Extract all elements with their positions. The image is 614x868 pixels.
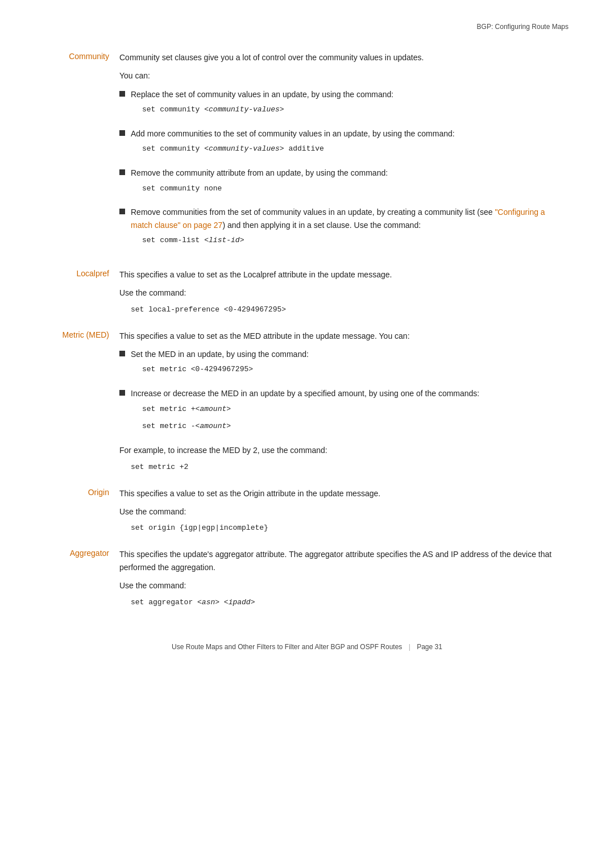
bullet-icon — [119, 209, 125, 214]
footer-left: Use Route Maps and Other Filters to Filt… — [172, 643, 402, 651]
list-item: Replace the set of community values in a… — [119, 88, 569, 122]
code-add-community: set community <community-values> additiv… — [142, 143, 569, 155]
community-list: Replace the set of community values in a… — [119, 88, 569, 252]
code-aggregator: set aggregator <asn> <ipadd> — [131, 598, 569, 607]
metric-example: For example, to increase the MED by 2, u… — [119, 444, 569, 456]
term-aggregator: Aggregator — [45, 548, 119, 612]
section-community: Community Community set clauses give you… — [45, 51, 569, 258]
term-metric: Metric (MED) — [45, 330, 119, 477]
term-origin: Origin — [45, 487, 119, 538]
section-aggregator: Aggregator This specifies the update's a… — [45, 548, 569, 612]
code-metric-set: set metric <0-4294967295> — [142, 364, 569, 376]
code-remove-community: set community none — [142, 183, 569, 195]
bullet-text: Increase or decrease the MED in an updat… — [131, 387, 569, 438]
aggregator-intro: This specifies the update's aggregator a… — [119, 548, 569, 574]
bullet-icon — [119, 351, 125, 356]
bullet-text: Set the MED in an update, by using the c… — [131, 348, 569, 381]
content-metric: This specifies a value to set as the MED… — [119, 330, 569, 477]
code-origin: set origin {igp|egp|incomplete} — [131, 524, 569, 532]
bullet-icon — [119, 169, 125, 175]
list-item: Remove the community attribute from an u… — [119, 167, 569, 200]
bullet-text: Remove communities from the set of commu… — [131, 206, 569, 252]
page-header: BGP: Configuring Route Maps — [45, 23, 569, 34]
page: BGP: Configuring Route Maps Community Co… — [0, 0, 614, 668]
community-youcan: You can: — [119, 69, 569, 82]
code-metric-example: set metric +2 — [131, 463, 569, 471]
bullet-icon — [119, 91, 125, 97]
bullet-icon — [119, 130, 125, 136]
content-origin: This specifies a value to set as the Ori… — [119, 487, 569, 538]
bullet-text: Remove the community attribute from an u… — [131, 167, 569, 200]
bullet-text: Replace the set of community values in a… — [131, 88, 569, 122]
section-metric: Metric (MED) This specifies a value to s… — [45, 330, 569, 477]
metric-intro: This specifies a value to set as the MED… — [119, 330, 569, 342]
list-item: Set the MED in an update, by using the c… — [119, 348, 569, 381]
localpref-intro: This specifies a value to set as the Loc… — [119, 268, 569, 281]
term-community: Community — [45, 51, 119, 258]
community-link[interactable]: "Configuring a match clause" on page 27 — [131, 207, 545, 229]
code-replace-community: set community <community-values> — [142, 104, 569, 116]
content-aggregator: This specifies the update's aggregator a… — [119, 548, 569, 612]
metric-list: Set the MED in an update, by using the c… — [119, 348, 569, 438]
code-metric-increase: set metric +<amount> — [142, 404, 569, 416]
footer-separator: | — [409, 643, 410, 651]
localpref-use: Use the command: — [119, 286, 569, 299]
origin-intro: This specifies a value to set as the Ori… — [119, 487, 569, 500]
section-origin: Origin This specifies a value to set as … — [45, 487, 569, 538]
aggregator-use: Use the command: — [119, 579, 569, 592]
page-footer: Use Route Maps and Other Filters to Filt… — [0, 643, 614, 651]
list-item: Add more communities to the set of commu… — [119, 127, 569, 161]
content-localpref: This specifies a value to set as the Loc… — [119, 268, 569, 319]
bullet-text: Add more communities to the set of commu… — [131, 127, 569, 161]
term-localpref: Localpref — [45, 268, 119, 319]
content-community: Community set clauses give you a lot of … — [119, 51, 569, 258]
bullet-icon — [119, 390, 125, 396]
section-localpref: Localpref This specifies a value to set … — [45, 268, 569, 319]
code-metric-decrease: set metric -<amount> — [142, 421, 569, 433]
origin-use: Use the command: — [119, 505, 569, 518]
header-title: BGP: Configuring Route Maps — [477, 23, 569, 31]
code-commlist: set comm-list <list-id> — [142, 235, 569, 247]
list-item: Remove communities from the set of commu… — [119, 206, 569, 252]
footer-page: Page 31 — [417, 643, 442, 651]
code-localpref: set local-preference <0-4294967295> — [131, 305, 569, 314]
list-item: Increase or decrease the MED in an updat… — [119, 387, 569, 438]
community-intro: Community set clauses give you a lot of … — [119, 51, 569, 64]
